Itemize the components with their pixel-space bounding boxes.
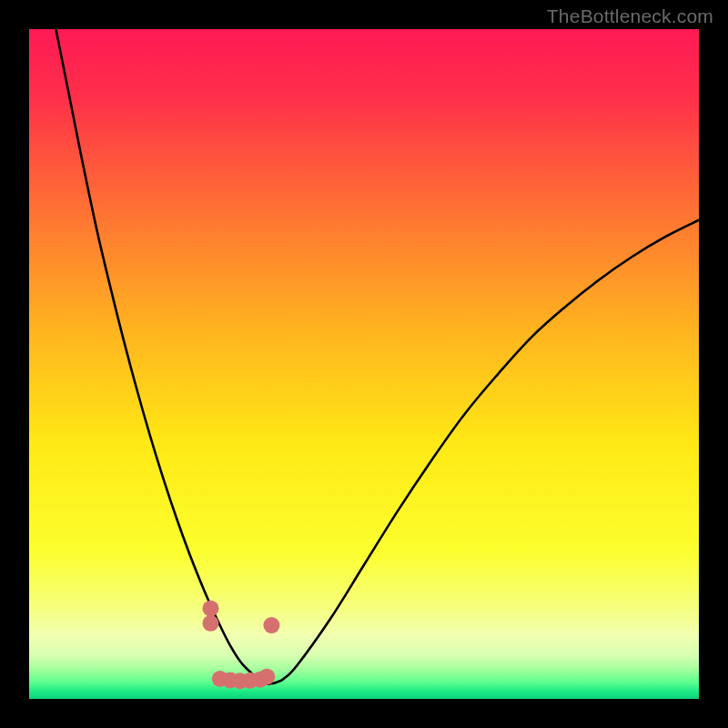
bottleneck-curve — [56, 29, 699, 684]
highlight-dots — [202, 601, 279, 689]
curve-layer — [29, 29, 699, 699]
highlight-dot — [263, 617, 279, 633]
highlight-dot — [202, 601, 218, 617]
watermark-text: TheBottleneck.com — [547, 5, 713, 27]
highlight-dot — [202, 615, 218, 632]
chart-frame: TheBottleneck.com — [0, 0, 728, 728]
highlight-dot — [258, 669, 275, 685]
plot-area — [29, 29, 699, 699]
